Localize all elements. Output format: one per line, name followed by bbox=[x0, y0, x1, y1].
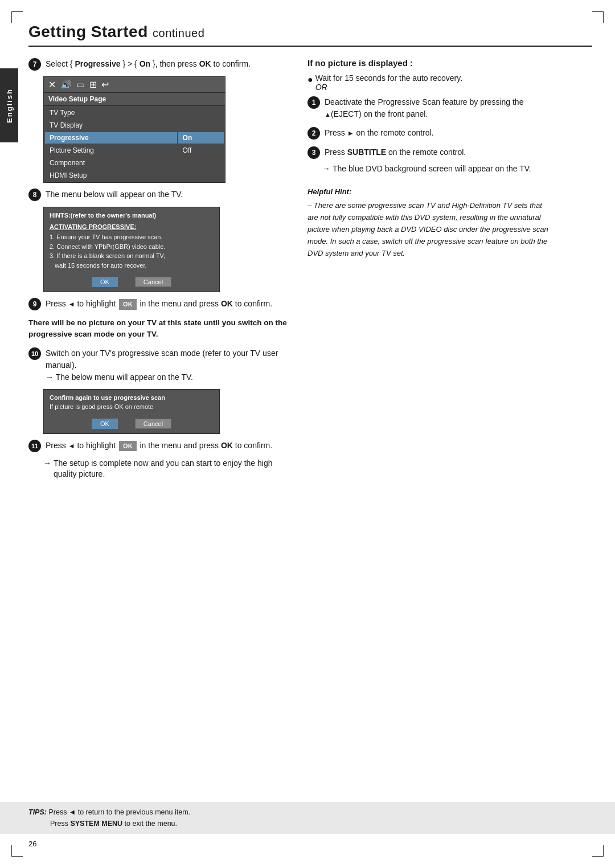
step-10-number: 10 bbox=[28, 347, 41, 360]
step-7: 7 Select { Progressive } > { On }, then … bbox=[28, 58, 290, 71]
right-step-3-text: Press SUBTITLE on the remote control. bbox=[325, 146, 552, 158]
table-row: Component bbox=[45, 157, 224, 169]
tip-2-text: Press SYSTEM MENU to exit the menu. bbox=[50, 820, 177, 828]
toolbar-icon-arrow: ↩ bbox=[101, 79, 109, 90]
step-9-text: Press to highlight OK in the menu and pr… bbox=[46, 298, 290, 310]
right-column: If no picture is displayed : ● Wait for … bbox=[308, 58, 552, 480]
step-10: 10 Switch on your TV's progressive scan … bbox=[28, 347, 290, 383]
right-step-1-number: 1 bbox=[308, 96, 320, 109]
table-row: TV Display bbox=[45, 120, 224, 131]
dialog-buttons-1: OK Cancel bbox=[44, 273, 219, 292]
dialog-screenshot-1: HINTS:(refer to the owner's manual) ACTI… bbox=[43, 207, 220, 292]
title-continued: continued bbox=[153, 27, 204, 39]
dialog2-cancel-button[interactable]: Cancel bbox=[135, 419, 171, 429]
hint-body: – There are some progressive scan TV and… bbox=[308, 200, 552, 259]
right-arrow-icon bbox=[347, 128, 354, 137]
table-row: Picture SettingOff bbox=[45, 145, 224, 156]
dialog-screenshot-2: Confirm again to use progressive scan If… bbox=[43, 389, 220, 434]
toolbar-icon-speaker: 🔊 bbox=[60, 79, 72, 90]
video-setup-header: Video Setup Page bbox=[44, 93, 225, 106]
step-8-text: The menu below will appear on the TV. bbox=[46, 189, 290, 200]
video-setup-table: TV Type TV Display ProgressiveOn Picture… bbox=[44, 106, 225, 182]
table-row-progressive: ProgressiveOn bbox=[45, 132, 224, 144]
step-11-text: Press to highlight OK in the menu and pr… bbox=[46, 440, 290, 452]
dialog2-ok-button[interactable]: OK bbox=[92, 419, 118, 429]
right-step-2-number: 2 bbox=[308, 127, 320, 140]
ok-badge-1: OK bbox=[119, 299, 137, 310]
step-11-arrow: → The setup is complete now and you can … bbox=[43, 458, 290, 480]
eject-icon bbox=[325, 109, 331, 118]
toolbar-icon-grid: ⊞ bbox=[89, 79, 97, 90]
left-column: 7 Select { Progressive } > { On }, then … bbox=[28, 58, 290, 480]
dialog-cancel-button[interactable]: Cancel bbox=[135, 277, 171, 287]
table-row: HDMI Setup bbox=[45, 170, 224, 181]
arrow-icon-right: → bbox=[322, 163, 330, 175]
corner-tl bbox=[11, 11, 23, 23]
arrow-text-blue-dvd: The blue DVD background screen will appe… bbox=[333, 163, 531, 175]
main-content: Getting Started continued 7 Select { Pro… bbox=[28, 0, 592, 480]
bullet-wait: ● Wait for 15 seconds for the auto recov… bbox=[308, 73, 552, 92]
step-11-arrow-text: The setup is complete now and you can st… bbox=[54, 458, 290, 480]
ok-badge-2: OK bbox=[119, 441, 137, 452]
toolbar-icon-tv: ▭ bbox=[76, 79, 85, 90]
dialog2-line-2: If picture is good press OK on remote bbox=[50, 402, 214, 412]
video-setup-screenshot: ✕ 🔊 ▭ ⊞ ↩ Video Setup Page TV Type TV Di… bbox=[43, 76, 226, 183]
step-8-number: 8 bbox=[28, 189, 41, 201]
step-7-number: 7 bbox=[28, 58, 41, 71]
right-step-2: 2 Press on the remote control. bbox=[308, 127, 552, 140]
dialog-line-3: 3. If there is a blank screen on normal … bbox=[50, 251, 214, 261]
left-arrow-icon-2 bbox=[68, 441, 75, 450]
table-row: TV Type bbox=[45, 107, 224, 118]
right-step-1-text: Deactivate the Progressive Scan feature … bbox=[325, 96, 552, 120]
corner-bl bbox=[11, 845, 23, 857]
right-step-3: 3 Press SUBTITLE on the remote control. bbox=[308, 146, 552, 159]
sidebar-lang-label: English bbox=[5, 88, 14, 123]
page-number: 26 bbox=[28, 840, 36, 848]
page-title: Getting Started continued bbox=[28, 23, 592, 47]
hint-title: Helpful Hint: bbox=[308, 186, 552, 198]
step-8: 8 The menu below will appear on the TV. bbox=[28, 189, 290, 201]
step-10-text: Switch on your TV's progressive scan mod… bbox=[46, 347, 290, 383]
step-9-number: 9 bbox=[28, 298, 41, 310]
dialog-buttons-2: OK Cancel bbox=[44, 415, 219, 433]
right-step-2-text: Press on the remote control. bbox=[325, 127, 552, 139]
dialog-line-1: 1. Ensure your TV has progressive scan. bbox=[50, 232, 214, 242]
dialog-title-1: HINTS:(refer to the owner's manual) bbox=[50, 211, 214, 220]
corner-br bbox=[592, 845, 604, 857]
step-11: 11 Press to highlight OK in the menu and… bbox=[28, 440, 290, 452]
dialog-ok-button[interactable]: OK bbox=[92, 277, 118, 287]
dialog-line-4: wait 15 seconds for auto recover. bbox=[50, 261, 214, 271]
dialog-line-2: 2. Connect with YPbPr(GBR) video cable. bbox=[50, 242, 214, 252]
dialog2-line-1: Confirm again to use progressive scan bbox=[50, 393, 214, 403]
right-step-3-arrow: → The blue DVD background screen will ap… bbox=[322, 163, 552, 175]
bullet-wait-text: Wait for 15 seconds for the auto recover… bbox=[315, 73, 462, 92]
toolbar: ✕ 🔊 ▭ ⊞ ↩ bbox=[44, 77, 225, 93]
two-col-layout: 7 Select { Progressive } > { On }, then … bbox=[28, 58, 592, 480]
step-7-text: Select { Progressive } > { On }, then pr… bbox=[46, 58, 290, 70]
tip-1-text: Press ◄ to return to the previous menu i… bbox=[48, 808, 190, 816]
right-step-3-number: 3 bbox=[308, 146, 320, 159]
dialog-body-1: HINTS:(refer to the owner's manual) ACTI… bbox=[44, 207, 219, 273]
page-wrapper: English Getting Started continued 7 Sele… bbox=[0, 0, 615, 868]
right-heading: If no picture is displayed : bbox=[308, 58, 552, 68]
dialog-body-2: Confirm again to use progressive scan If… bbox=[44, 390, 219, 415]
toolbar-icon-x: ✕ bbox=[48, 79, 56, 90]
bullet-dot-1: ● bbox=[308, 75, 313, 84]
step-11-number: 11 bbox=[28, 440, 41, 452]
right-step-1: 1 Deactivate the Progressive Scan featur… bbox=[308, 96, 552, 120]
dialog-activating: ACTIVATING PROGRESSIVE: bbox=[50, 222, 214, 232]
tips-label: TIPS: bbox=[28, 808, 47, 816]
left-arrow-icon bbox=[68, 299, 75, 308]
corner-tr bbox=[592, 11, 604, 23]
helpful-hint: Helpful Hint: – There are some progressi… bbox=[308, 186, 552, 260]
language-sidebar-tab: English bbox=[0, 68, 18, 142]
tips-bar: TIPS: Press ◄ to return to the previous … bbox=[0, 802, 615, 834]
arrow-icon: → bbox=[43, 458, 51, 480]
warning-text: There will be no picture on your TV at t… bbox=[28, 317, 290, 341]
step-9: 9 Press to highlight OK in the menu and … bbox=[28, 298, 290, 310]
